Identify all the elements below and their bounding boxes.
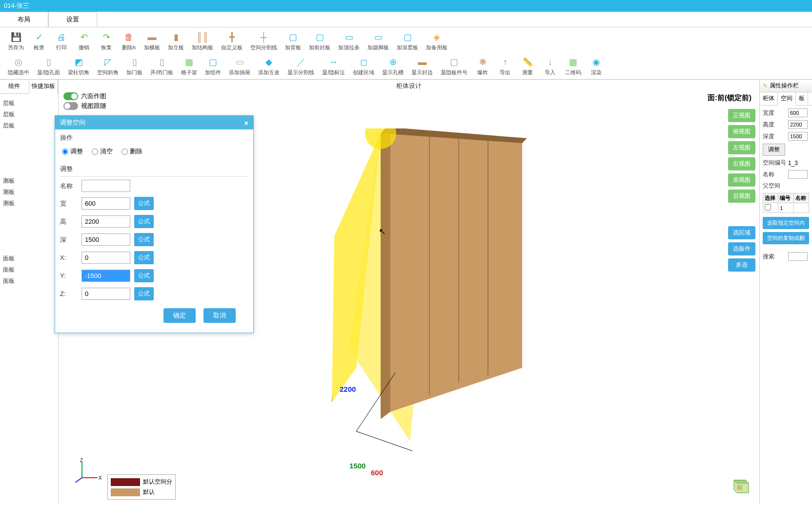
list-item[interactable]: 面板 xyxy=(2,275,56,287)
tool-渲染[interactable]: ◉渲染 xyxy=(585,55,608,77)
ok-button[interactable]: 确定 xyxy=(163,308,196,323)
tool-加深度板[interactable]: ▢加深度板 xyxy=(393,30,422,52)
tool-撤销[interactable]: ↶撤销 xyxy=(73,30,95,52)
tool-打印[interactable]: 🖨打印 xyxy=(50,30,73,52)
view-left-button[interactable]: 左视图 xyxy=(728,141,755,154)
tool-空间分割线[interactable]: ┼空间分割线 xyxy=(246,30,281,52)
row-checkbox[interactable] xyxy=(765,204,771,211)
dialog-titlebar[interactable]: 调整空间 × xyxy=(55,116,253,129)
tool-显示分割线[interactable]: ／显示分割线 xyxy=(284,55,318,77)
tool-添加五金[interactable]: ◆添加五金 xyxy=(254,55,284,77)
toggle-switch-icon[interactable] xyxy=(63,102,78,110)
tool-显示封边[interactable]: ▬显示封边 xyxy=(407,55,437,77)
input-Y:[interactable] xyxy=(81,270,130,282)
formula-button[interactable]: 公式 xyxy=(134,269,154,282)
tool-添加抽屉[interactable]: ▭添加抽屉 xyxy=(225,55,254,77)
tool-加组件[interactable]: ▢加组件 xyxy=(201,55,225,77)
select-region-button[interactable]: 选区域 xyxy=(728,226,755,239)
list-item[interactable]: 测板 xyxy=(2,175,56,187)
tool-自定义板[interactable]: ╋自定义板 xyxy=(217,30,246,52)
list-item[interactable]: 测板 xyxy=(2,198,56,209)
depth-input[interactable] xyxy=(788,132,808,141)
cancel-button[interactable]: 取消 xyxy=(203,308,236,323)
radio-delete[interactable]: 删除 xyxy=(122,147,142,156)
width-input[interactable] xyxy=(788,108,808,117)
input-宽[interactable] xyxy=(81,197,130,210)
right-tab-board[interactable]: 板 xyxy=(796,92,808,105)
table-row[interactable]: 1 xyxy=(763,203,809,213)
input-名称[interactable] xyxy=(81,180,130,192)
view-front-button[interactable]: 正视图 xyxy=(728,109,755,122)
nav-cube-icon[interactable]: 前 xyxy=(728,473,751,497)
adjust-button[interactable]: 调整 xyxy=(763,144,785,156)
formula-button[interactable]: 公式 xyxy=(134,215,154,228)
pick-space-button[interactable]: 选取指定空间内 xyxy=(763,217,809,229)
tool-导出[interactable]: ↑导出 xyxy=(494,55,516,77)
tool-格子架[interactable]: ▦格子架 xyxy=(177,55,201,77)
tool-加背板[interactable]: ▢加背板 xyxy=(281,30,305,52)
list-item[interactable]: 面板 xyxy=(2,253,56,264)
tool-另存为[interactable]: 💾另存为 xyxy=(4,30,28,52)
select-board-button[interactable]: 选板件 xyxy=(728,242,755,255)
formula-button[interactable]: 公式 xyxy=(134,287,154,300)
radio-clear[interactable]: 清空 xyxy=(92,147,113,156)
tool-加踢脚板[interactable]: ▭加踢脚板 xyxy=(364,30,393,52)
search-input[interactable] xyxy=(788,252,808,261)
tool-加备用板[interactable]: ◈加备用板 xyxy=(422,30,451,52)
tool-导入[interactable]: ↓导入 xyxy=(539,55,561,77)
tool-加结构板[interactable]: ║║加结构板 xyxy=(188,30,217,52)
tool-爆炸[interactable]: ❋爆炸 xyxy=(471,55,494,77)
view-bottom-button[interactable]: 底视图 xyxy=(728,173,755,187)
tool-显/隐标注[interactable]: ↔显/隐标注 xyxy=(318,55,349,77)
view-right-button[interactable]: 右视图 xyxy=(728,157,755,170)
name-input[interactable] xyxy=(788,170,808,179)
input-X:[interactable] xyxy=(81,252,130,264)
left-tab-quickboard[interactable]: 快捷加板 xyxy=(29,80,59,94)
tool-测量[interactable]: 📏测量 xyxy=(516,55,539,77)
list-item[interactable]: 层板 xyxy=(2,109,56,120)
input-高[interactable] xyxy=(81,215,130,228)
toggle-viewfollow[interactable]: 视图跟随 xyxy=(63,102,106,110)
tool-显/隐孔面[interactable]: ▯显/隐孔面 xyxy=(33,55,64,77)
tool-显示孔槽[interactable]: ⊕显示孔槽 xyxy=(378,55,407,77)
view-back-button[interactable]: 后视图 xyxy=(728,190,755,203)
tool-删除h[interactable]: 🗑删除h xyxy=(118,30,140,52)
input-深[interactable] xyxy=(81,233,130,246)
tool-显隐板件号[interactable]: ▢显隐板件号 xyxy=(437,55,471,77)
right-tab-cabinet[interactable]: 柜体 xyxy=(760,92,778,105)
list-item[interactable]: 测板 xyxy=(2,187,56,198)
tool-二维码[interactable]: ▦二维码 xyxy=(561,55,585,77)
tool-检查[interactable]: ✓检查 xyxy=(28,30,50,52)
height-input[interactable] xyxy=(788,120,808,129)
tool-恢复[interactable]: ↷恢复 xyxy=(95,30,118,52)
tool-加前封板[interactable]: ▢加前封板 xyxy=(305,30,334,52)
tool-隐藏选中[interactable]: ◎隐藏选中 xyxy=(4,55,33,77)
close-icon[interactable]: × xyxy=(244,119,248,127)
tool-加横板[interactable]: ▬加横板 xyxy=(140,30,164,52)
tool-空间斜角[interactable]: ◸空间斜角 xyxy=(93,55,122,77)
formula-button[interactable]: 公式 xyxy=(134,251,154,264)
tool-加顶拉条[interactable]: ▭加顶拉条 xyxy=(334,30,364,52)
tool-梁柱切角[interactable]: ◩梁柱切角 xyxy=(64,55,93,77)
copy-space-button[interactable]: 空间的复制或翻 xyxy=(763,232,809,244)
list-item[interactable]: 层板 xyxy=(2,98,56,109)
view-top-button[interactable]: 俯视图 xyxy=(728,125,755,138)
right-tab-space[interactable]: 空间 xyxy=(778,92,796,106)
cabinet-3d-view[interactable] xyxy=(332,128,605,480)
multi-select-button[interactable]: 多选 xyxy=(728,258,755,272)
formula-button[interactable]: 公式 xyxy=(134,233,154,246)
tool-创建区域[interactable]: ◻创建区域 xyxy=(349,55,378,77)
tool-加门板[interactable]: ▯加门板 xyxy=(122,55,146,77)
list-item[interactable]: 面板 xyxy=(2,264,56,275)
left-tab-components[interactable]: 组件 xyxy=(0,80,29,93)
tool-开/闭门板[interactable]: ▯开/闭门板 xyxy=(146,55,177,77)
formula-button[interactable]: 公式 xyxy=(134,197,154,210)
radio-adjust[interactable]: 调整 xyxy=(62,147,83,156)
tool-加立板[interactable]: ▮加立板 xyxy=(164,30,188,52)
list-item[interactable]: 层板 xyxy=(2,120,56,131)
toggle-sixface[interactable]: 六面作图 xyxy=(63,92,106,101)
menu-tab-settings[interactable]: 设置 xyxy=(48,12,97,27)
input-Z:[interactable] xyxy=(81,288,130,300)
menu-tab-layout[interactable]: 布局 xyxy=(0,12,48,27)
toggle-switch-icon[interactable] xyxy=(63,92,78,100)
